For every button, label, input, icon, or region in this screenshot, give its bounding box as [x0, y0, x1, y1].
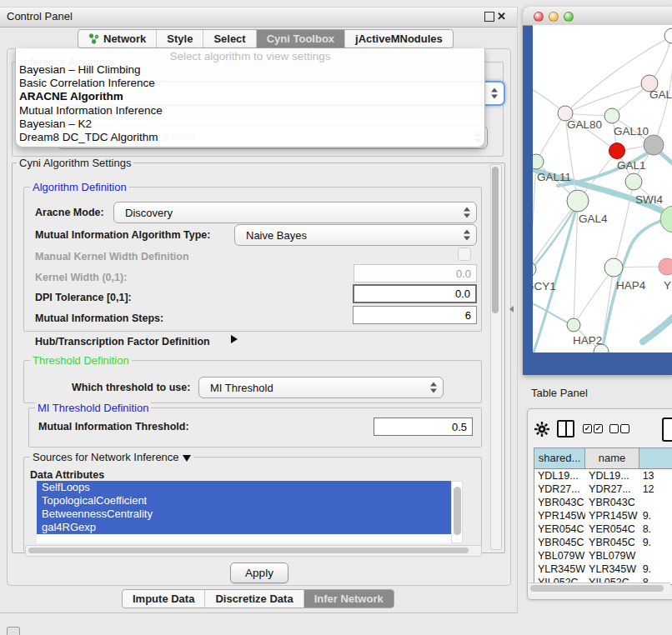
- tab-cyni-toolbox[interactable]: Cyni Toolbox: [256, 30, 344, 48]
- table-row[interactable]: YBR045CYBR045C9.: [534, 536, 672, 549]
- network-window-titlebar: [523, 7, 672, 26]
- split-view-icon[interactable]: [557, 420, 574, 438]
- table-row[interactable]: YBR043CYBR043C: [534, 496, 672, 509]
- network-node[interactable]: [604, 108, 619, 123]
- tab-label: jActiveMNodules: [355, 30, 443, 48]
- deselect-all-icon[interactable]: [609, 424, 619, 433]
- kernel-width-label: Kernel Width (0,1):: [35, 270, 127, 285]
- table-hscrollbar-thumb[interactable]: [530, 585, 664, 592]
- network-node[interactable]: [625, 173, 642, 190]
- aracne-mode-value: Discovery: [125, 202, 173, 222]
- network-node[interactable]: [567, 318, 580, 332]
- network-canvas[interactable]: GALGAL80GAL10GAL1GAL11SWI4GAL4GCY1HAP4YH…: [533, 25, 672, 352]
- table-row[interactable]: YDR27...YDR27...12: [534, 482, 672, 496]
- control-panel-titlebar: [0, 7, 517, 28]
- minimize-traffic-light-icon[interactable]: [549, 12, 559, 22]
- network-edge[interactable]: [643, 305, 672, 342]
- close-traffic-light-icon[interactable]: [534, 12, 544, 22]
- apply-button[interactable]: Apply: [230, 562, 288, 583]
- node-label: Y: [664, 279, 671, 292]
- select-all-icon[interactable]: ✓: [594, 424, 603, 433]
- panel-collapse-icon[interactable]: [509, 306, 514, 312]
- algorithm-option[interactable]: Bayesian – Hill Climbing: [16, 63, 484, 77]
- which-threshold-combo[interactable]: MI Threshold: [198, 377, 444, 398]
- table-cell: YDR27...: [534, 482, 585, 496]
- column-header[interactable]: [639, 448, 672, 468]
- tab-label: Cyni Toolbox: [267, 30, 334, 48]
- settings-scrollbar[interactable]: [490, 164, 502, 550]
- tab-jactivemnodules[interactable]: jActiveMNodules: [344, 30, 453, 48]
- table-row[interactable]: YBL079WYBL079W: [534, 549, 672, 562]
- mi-steps-field[interactable]: 6: [353, 306, 477, 324]
- network-node[interactable]: [604, 258, 623, 277]
- table-cell: YBL079W: [585, 549, 639, 562]
- tab-discretize-data[interactable]: Discretize Data: [204, 590, 303, 608]
- table-row[interactable]: YDL19...YDL19...13: [534, 469, 672, 482]
- select-all-icon[interactable]: ✓: [583, 424, 592, 433]
- node-label: GAL1: [617, 159, 646, 172]
- algorithm-option[interactable]: ARACNE Algorithm: [16, 90, 484, 103]
- network-node[interactable]: [567, 190, 589, 212]
- column-header[interactable]: name: [585, 448, 639, 468]
- deselect-all-icon[interactable]: [620, 424, 629, 433]
- network-node[interactable]: [664, 28, 672, 43]
- attributes-scrollbar[interactable]: [451, 481, 463, 543]
- attributes-scrollbar-thumb[interactable]: [454, 487, 461, 535]
- zoom-traffic-light-icon[interactable]: [564, 12, 574, 22]
- tab-impute-data[interactable]: Impute Data: [123, 590, 204, 608]
- network-icon: [88, 33, 99, 44]
- table-cell: YDR27...: [585, 482, 639, 496]
- combo-arrows-icon: [430, 382, 437, 393]
- gear-icon[interactable]: [534, 421, 550, 438]
- manual-kernel-checkbox[interactable]: [458, 248, 471, 261]
- network-node[interactable]: [659, 258, 672, 275]
- node-label: GAL: [649, 88, 672, 101]
- settings-scrollbar-thumb[interactable]: [492, 167, 499, 313]
- kernel-width-field[interactable]: 0.0: [354, 264, 477, 282]
- attributes-hscrollbar-thumb[interactable]: [28, 548, 469, 553]
- expand-arrow-icon[interactable]: [231, 335, 238, 343]
- network-edge[interactable]: [533, 162, 536, 269]
- float-window-icon[interactable]: [484, 12, 494, 22]
- tab-network[interactable]: Network: [78, 30, 156, 48]
- which-threshold-value: MI Threshold: [210, 378, 273, 398]
- dpi-tolerance-field[interactable]: 0.0: [353, 284, 477, 303]
- network-node[interactable]: [609, 143, 625, 159]
- network-node[interactable]: [644, 135, 664, 155]
- attribute-item[interactable]: BetweennessCentrality: [37, 508, 451, 521]
- algorithm-option[interactable]: Bayesian – K2: [16, 118, 484, 131]
- network-edge[interactable]: [565, 83, 649, 113]
- algorithm-option[interactable]: Dream8 DC_TDC Algorithm: [16, 131, 484, 144]
- control-panel-tabs: NetworkStyleSelectCyni ToolboxjActiveMNo…: [78, 29, 454, 48]
- close-icon[interactable]: ✕: [497, 7, 506, 26]
- aracne-mode-combo[interactable]: Discovery: [113, 202, 477, 223]
- mi-threshold-field[interactable]: 0.5: [374, 418, 473, 436]
- aracne-mode-label: Aracne Mode:: [35, 205, 104, 220]
- network-edge[interactable]: [574, 268, 614, 325]
- attribute-item[interactable]: SelfLoops: [37, 481, 451, 494]
- table-hscrollbar[interactable]: [529, 582, 670, 594]
- collapse-arrow-icon[interactable]: [183, 455, 191, 462]
- tab-style[interactable]: Style: [156, 30, 203, 48]
- network-node[interactable]: [533, 154, 544, 169]
- attribute-item[interactable]: gal4RGexp: [37, 521, 451, 534]
- table-cell: YBR045C: [585, 536, 639, 549]
- network-edge[interactable]: [533, 203, 578, 275]
- tab-select[interactable]: Select: [203, 30, 255, 48]
- table-row[interactable]: YER054CYER054C8.: [534, 522, 672, 536]
- algorithm-option[interactable]: Mutual Information Inference: [16, 104, 484, 118]
- attribute-item[interactable]: TopologicalCoefficient: [37, 494, 451, 508]
- tab-infer-network[interactable]: Infer Network: [303, 590, 394, 608]
- table-cell: YLR345W: [534, 562, 585, 576]
- network-edge[interactable]: [536, 113, 565, 162]
- table-row[interactable]: YLR345WYLR345W9.: [534, 562, 672, 576]
- column-header[interactable]: shared...: [534, 448, 585, 468]
- attributes-hscrollbar[interactable]: [25, 545, 482, 557]
- table-row[interactable]: YPR145WYPR145W9.: [534, 509, 672, 522]
- docked-panel-icon[interactable]: [7, 627, 20, 635]
- algorithm-option[interactable]: Basic Correlation Inference: [16, 77, 484, 90]
- new-table-icon[interactable]: [662, 418, 672, 442]
- table-cell: 9.: [639, 536, 672, 549]
- mi-type-combo[interactable]: Naive Bayes: [234, 224, 477, 246]
- table-cell: 8.: [639, 522, 672, 536]
